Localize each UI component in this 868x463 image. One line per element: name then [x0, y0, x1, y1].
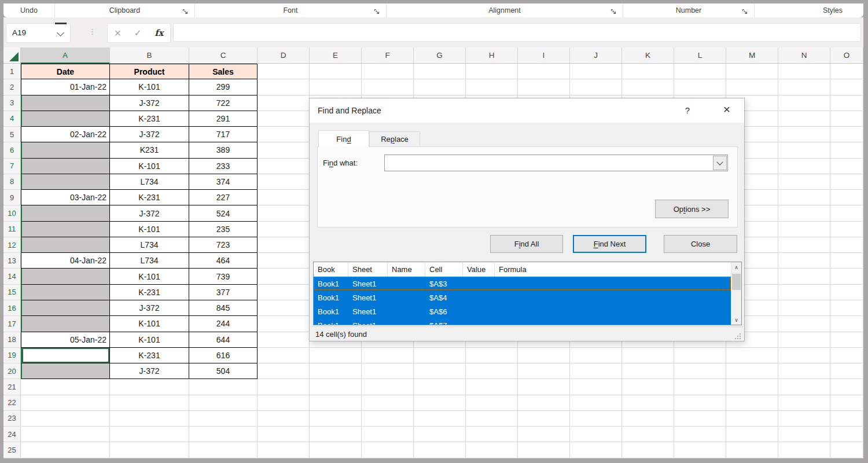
column-header-D[interactable]: D	[258, 47, 310, 64]
cell-B2[interactable]: K-101	[110, 79, 189, 95]
cell-L23[interactable]	[674, 411, 726, 427]
column-header-C[interactable]: C	[189, 47, 258, 64]
cell-C25[interactable]	[189, 442, 258, 458]
cell-N19[interactable]	[778, 348, 830, 363]
cell-N12[interactable]	[778, 237, 830, 253]
cell-H2[interactable]	[466, 79, 518, 95]
cell-F2[interactable]	[362, 79, 414, 95]
cell-I22[interactable]	[518, 395, 570, 411]
cell-L21[interactable]	[674, 379, 726, 395]
cell-B7[interactable]: K-101	[110, 159, 189, 174]
results-column-formula[interactable]: Formula	[495, 262, 731, 277]
cell-O12[interactable]	[830, 237, 863, 253]
cell-J2[interactable]	[570, 79, 622, 95]
cell-D4[interactable]	[258, 111, 310, 127]
cell-G21[interactable]	[414, 379, 466, 395]
results-column-value[interactable]: Value	[463, 262, 495, 277]
cell-C20[interactable]: 504	[189, 363, 258, 379]
cell-J23[interactable]	[570, 411, 622, 427]
column-header-L[interactable]: L	[674, 47, 726, 64]
cell-I1[interactable]	[518, 64, 570, 79]
cell-C7[interactable]: 233	[189, 159, 258, 174]
row-header-7[interactable]: 7	[3, 159, 21, 174]
cell-K20[interactable]	[622, 363, 674, 379]
cell-K1[interactable]	[622, 64, 674, 79]
row-header-3[interactable]: 3	[3, 95, 21, 111]
cell-O18[interactable]	[830, 332, 863, 348]
row-header-1[interactable]: 1	[3, 64, 21, 79]
cell-C6[interactable]: 389	[189, 142, 258, 158]
cell-D23[interactable]	[258, 411, 310, 427]
cell-O25[interactable]	[830, 442, 863, 458]
cell-H1[interactable]	[466, 64, 518, 79]
cell-J24[interactable]	[570, 427, 622, 442]
result-row[interactable]: Book1Sheet1$A$4	[314, 291, 731, 304]
cell-O6[interactable]	[830, 142, 863, 158]
cell-C23[interactable]	[189, 411, 258, 427]
cell-D11[interactable]	[258, 222, 310, 237]
column-header-K[interactable]: K	[622, 47, 674, 64]
cell-M25[interactable]	[726, 442, 778, 458]
cell-G2[interactable]	[414, 79, 466, 95]
cell-D16[interactable]	[258, 300, 310, 316]
dialog-launcher-icon[interactable]	[374, 7, 380, 13]
cell-K23[interactable]	[622, 411, 674, 427]
cell-B11[interactable]: K-101	[110, 222, 189, 237]
cell-M20[interactable]	[726, 363, 778, 379]
cell-K24[interactable]	[622, 427, 674, 442]
cell-J19[interactable]	[570, 348, 622, 363]
row-header-24[interactable]: 24	[3, 427, 21, 442]
cell-H23[interactable]	[466, 411, 518, 427]
cell-A20[interactable]	[21, 363, 110, 379]
cell-D7[interactable]	[258, 159, 310, 174]
column-header-F[interactable]: F	[362, 47, 414, 64]
cell-O19[interactable]	[830, 348, 863, 363]
cell-A15[interactable]	[21, 285, 110, 300]
cell-B10[interactable]: J-372	[110, 205, 189, 221]
row-header-17[interactable]: 17	[3, 316, 21, 332]
cell-N7[interactable]	[778, 159, 830, 174]
row-header-11[interactable]: 11	[3, 222, 21, 237]
cell-A8[interactable]	[21, 174, 110, 190]
cell-O17[interactable]	[830, 316, 863, 332]
cell-N17[interactable]	[778, 316, 830, 332]
row-header-18[interactable]: 18	[3, 332, 21, 348]
cell-L2[interactable]	[674, 79, 726, 95]
cell-N16[interactable]	[778, 300, 830, 316]
cell-N23[interactable]	[778, 411, 830, 427]
select-all-corner[interactable]	[3, 47, 21, 64]
cell-I20[interactable]	[518, 363, 570, 379]
enter-icon[interactable]: ✓	[134, 28, 142, 38]
cell-B21[interactable]	[110, 379, 189, 395]
cell-B20[interactable]: J-372	[110, 363, 189, 379]
cell-G23[interactable]	[414, 411, 466, 427]
cell-O10[interactable]	[830, 205, 863, 221]
cell-O24[interactable]	[830, 427, 863, 442]
cell-N1[interactable]	[778, 64, 830, 79]
cell-A18[interactable]: 05-Jan-22	[21, 332, 110, 348]
cell-J1[interactable]	[570, 64, 622, 79]
cell-N14[interactable]	[778, 269, 830, 284]
cell-E23[interactable]	[310, 411, 362, 427]
cell-O16[interactable]	[830, 300, 863, 316]
cell-L25[interactable]	[674, 442, 726, 458]
cell-M24[interactable]	[726, 427, 778, 442]
cell-A14[interactable]	[21, 269, 110, 284]
find-what-input[interactable]	[384, 155, 728, 171]
cell-N4[interactable]	[778, 111, 830, 127]
cell-D6[interactable]	[258, 142, 310, 158]
cell-C8[interactable]: 374	[189, 174, 258, 190]
cell-C22[interactable]	[189, 395, 258, 411]
column-header-N[interactable]: N	[778, 47, 830, 64]
cell-N5[interactable]	[778, 127, 830, 142]
help-icon[interactable]: ?	[685, 105, 690, 115]
cell-L24[interactable]	[674, 427, 726, 442]
cell-E2[interactable]	[310, 79, 362, 95]
cell-H24[interactable]	[466, 427, 518, 442]
cell-D14[interactable]	[258, 269, 310, 284]
cell-B8[interactable]: L734	[110, 174, 189, 190]
cell-D20[interactable]	[258, 363, 310, 379]
cell-A16[interactable]	[21, 300, 110, 316]
cell-A10[interactable]	[21, 205, 110, 221]
cell-B23[interactable]	[110, 411, 189, 427]
